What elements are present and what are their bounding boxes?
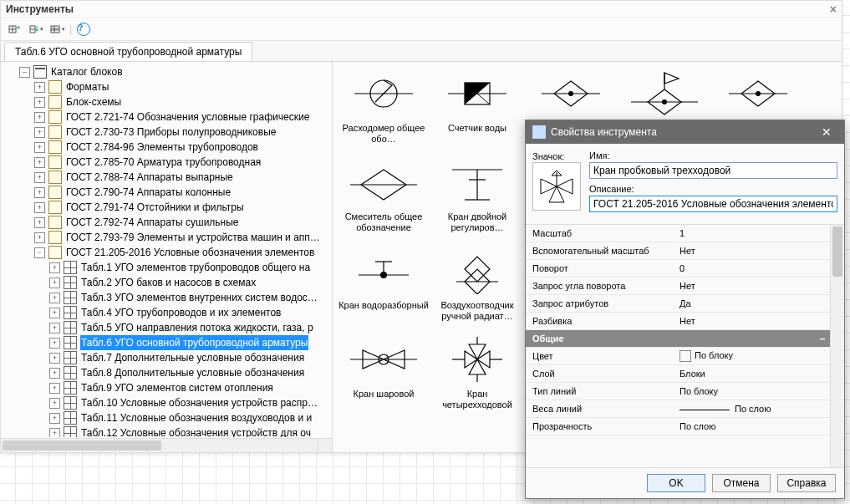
toolbar-help-button[interactable]: ? [74,21,94,38]
tree-root-label[interactable]: Каталог блоков [50,64,124,79]
property-row[interactable]: Тип линийПо блоку [526,383,831,400]
tree-item[interactable]: +Табл.10 Условные обозначения устройств … [8,395,332,410]
expand-toggle[interactable]: + [49,262,60,273]
expand-toggle[interactable]: + [34,232,45,243]
tree-item[interactable]: +ГОСТ 2.784-96 Элементы трубопроводов [8,140,332,155]
prop-value[interactable]: Да [674,298,831,308]
expand-toggle[interactable]: + [49,428,60,438]
help-button[interactable]: Справка [777,474,836,492]
expand-toggle[interactable]: + [49,293,60,303]
toolbar-view-button[interactable]: ▾ [48,21,68,38]
tree-item[interactable]: +ГОСТ 2.791-74 Отстойники и фильтры [8,200,332,215]
property-row[interactable]: Поворот0 [526,260,831,277]
expand-toggle[interactable]: + [49,413,60,424]
expand-toggle[interactable]: + [34,202,45,213]
tree-item[interactable]: +Табл.11 Условные обозначения воздуховод… [8,410,332,425]
prop-value[interactable]: 0 [674,263,831,273]
property-row[interactable]: Веса линийПо слою [526,400,831,418]
table-icon [64,276,77,289]
gallery-item[interactable]: Смеситель общее обозначение [338,153,430,233]
expand-toggle[interactable]: + [49,398,60,409]
gallery-item[interactable]: Счетчик воды [431,64,523,145]
gallery-item[interactable]: Кран водоразборный [338,242,430,322]
tree-item[interactable]: -ГОСТ 21.205-2016 Условные обозначения э… [8,245,332,260]
expand-toggle[interactable]: + [34,127,45,138]
expand-toggle[interactable]: + [49,308,60,318]
tree-item[interactable]: +Табл.12 Условные обозначения устройств … [8,425,332,437]
expand-toggle[interactable]: + [34,172,45,183]
ok-button[interactable]: OK [647,474,705,492]
tree-item[interactable]: +Табл.9 УГО элементов систем отопления [8,380,332,395]
catalog-tree[interactable]: –Каталог блоков+Форматы+Блок-схемы+ГОСТ … [8,64,332,437]
toolbar-sort-button[interactable]: ▾ [26,21,46,38]
expand-toggle[interactable]: + [49,353,60,364]
tree-item[interactable]: +Табл.7 Дополнительные условные обозначе… [8,350,332,365]
property-row[interactable]: ПрозрачностьПо слою [526,418,831,435]
property-row[interactable]: СлойБлоки [526,365,831,383]
expand-toggle[interactable]: - [34,247,45,258]
prop-value[interactable]: Нет [674,316,831,326]
expand-toggle[interactable]: + [34,97,45,108]
panel-close-icon[interactable]: × [830,1,837,18]
tree-item[interactable]: +Табл.6 УГО основной трубопроводной арма… [8,335,332,350]
tree-item[interactable]: +ГОСТ 2.788-74 Аппараты выпарные [8,170,332,185]
cancel-button[interactable]: Отмена [712,474,771,492]
name-input[interactable] [589,162,837,179]
prop-value[interactable]: 1 [674,228,831,238]
expand-toggle[interactable]: + [34,112,45,123]
tree-item[interactable]: +Блок-схемы [8,94,332,109]
tree-item[interactable]: +Табл.8 Дополнительные условные обозначе… [8,365,332,380]
tree-item[interactable]: +Табл.5 УГО направления потока жидкости,… [8,320,332,335]
gallery-item[interactable]: Кран шаровой [338,330,430,410]
expand-toggle[interactable]: – [19,67,30,78]
props-v-scrollbar[interactable] [830,225,844,467]
expand-toggle[interactable]: + [49,338,60,349]
expand-toggle[interactable]: + [34,217,45,228]
tree-item[interactable]: +Табл.1 УГО элементов трубопроводов обще… [8,260,332,275]
prop-value[interactable]: По блоку [674,386,831,396]
expand-toggle[interactable]: + [49,368,60,379]
property-row[interactable]: ЦветПо блоку [526,348,831,365]
gallery-item[interactable]: Расходомер общее обо… [338,64,430,145]
tree-item[interactable]: +ГОСТ 2.721-74 Обозначения условные граф… [8,109,332,125]
prop-value[interactable]: Нет [674,281,831,291]
property-row[interactable]: Запрос угла поворотаНет [526,277,831,295]
tree-h-scrollbar[interactable] [1,438,318,452]
expand-toggle[interactable]: + [34,82,45,93]
expand-toggle[interactable]: + [34,187,45,198]
tree-item[interactable]: +ГОСТ 2.730-73 Приборы полупроводниковые [8,125,332,140]
prop-value[interactable]: По слою [674,404,831,414]
property-row[interactable]: Масштаб1 [526,225,831,242]
tree-item[interactable]: +Форматы [8,79,332,94]
prop-value[interactable]: Нет [674,246,831,256]
tree-item[interactable]: +Табл.2 УГО баков и насосов в схемах [8,275,332,290]
toolbar-refresh-button[interactable] [4,21,24,38]
dialog-titlebar[interactable]: Свойства инструмента ✕ [526,120,844,144]
dialog-close-button[interactable]: ✕ [812,122,841,142]
tree-item[interactable]: +Табл.3 УГО элементов внутренних систем … [8,290,332,305]
expand-toggle[interactable]: + [34,157,45,168]
gallery-item[interactable]: Воздухоотводчик ручной радиат… [431,242,523,322]
tree-item[interactable]: +ГОСТ 2.792-74 Аппараты сушильные [8,215,332,230]
desc-input[interactable] [589,196,837,212]
gallery-item[interactable]: Кран четырехходовой [431,330,523,410]
expand-toggle[interactable]: + [34,142,45,153]
tree-item[interactable]: +ГОСТ 2.785-70 Арматура трубопроводная [8,155,332,170]
prop-value[interactable]: По блоку [674,350,831,362]
prop-value[interactable]: По слою [674,421,831,431]
tab-active[interactable]: Табл.6 УГО основной трубопроводной армат… [4,42,252,61]
tree-item[interactable]: +ГОСТ 2.793-79 Элементы и устройства маш… [8,230,332,245]
collapse-icon[interactable]: – [814,333,831,344]
tree-item[interactable]: +Табл.4 УГО трубопроводов и их элементов [8,305,332,320]
property-row[interactable]: Запрос атрибутовДа [526,295,831,313]
property-row[interactable]: РазбивкаНет [526,313,831,330]
tree-item[interactable]: +ГОСТ 2.790-74 Аппараты колонные [8,185,332,200]
property-section[interactable]: Общие– [526,330,831,348]
property-row[interactable]: Вспомогательный масштабНет [526,242,831,260]
prop-value[interactable]: Блоки [674,369,831,379]
expand-toggle[interactable]: + [49,277,60,288]
checkbox-icon[interactable] [679,350,691,362]
expand-toggle[interactable]: + [49,383,60,394]
expand-toggle[interactable]: + [49,323,60,333]
gallery-item[interactable]: Кран двойной регулиров… [431,153,523,233]
